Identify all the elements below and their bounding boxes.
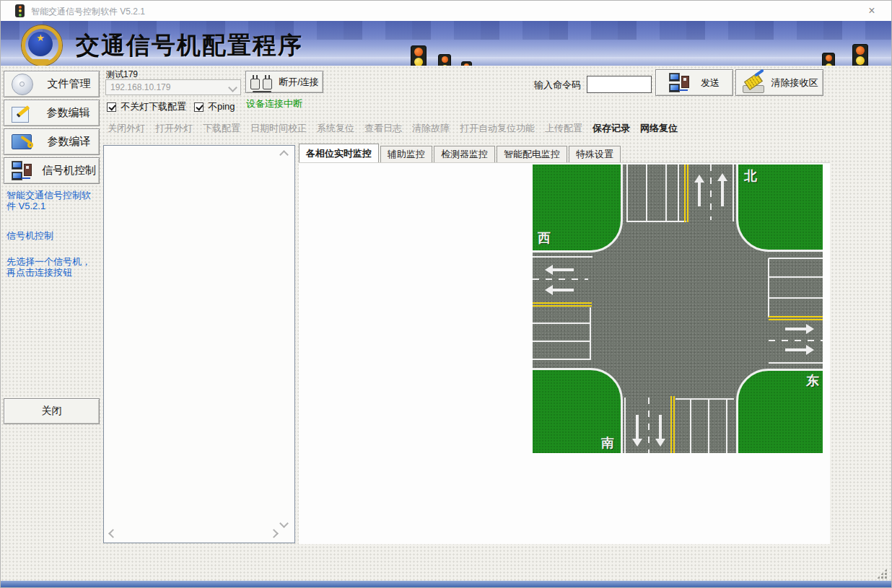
police-badge-icon: ★: [19, 23, 61, 65]
crosswalk-line: [533, 359, 590, 360]
app-window: 智能交通信号控制软件 V5.2.1 × ★ 交通信号机配置程序 文件管理: [0, 0, 892, 588]
cd-icon: [12, 74, 33, 95]
command-menu-bar: 关闭外灯 打开外灯 下载配置 日期时间校正 系统复位 查看日志 清除故障 打开自…: [108, 122, 678, 135]
scroll-left-icon[interactable]: [108, 529, 118, 538]
lane-dash: [648, 398, 650, 453]
badge-star-icon: ★: [19, 33, 61, 43]
tab-content-panel: 西 北 南 东: [299, 162, 830, 544]
signal-control-button[interactable]: 信号机控制: [4, 157, 100, 184]
edge-line: [733, 164, 734, 221]
crosswalk-line: [590, 307, 591, 360]
file-management-button[interactable]: 文件管理: [4, 71, 100, 97]
close-icon[interactable]: ×: [864, 3, 880, 19]
sidebar-mode-text: 信号机控制: [6, 230, 98, 241]
traffic-light-icon: [822, 53, 835, 66]
crosswalk-line: [678, 164, 679, 221]
label-south: 南: [601, 434, 614, 452]
crosswalk-line: [533, 322, 590, 324]
menu-item-upload-config[interactable]: 上传配置: [545, 122, 582, 135]
file-management-label: 文件管理: [39, 77, 99, 91]
clear-receive-label: 清除接收区: [771, 76, 818, 89]
menu-item-view-log[interactable]: 查看日志: [364, 122, 402, 135]
send-button[interactable]: 发送: [655, 69, 733, 96]
crosswalk-line: [769, 258, 823, 259]
tab-power-monitor[interactable]: 智能配电监控: [497, 146, 567, 162]
traffic-light-icon: [852, 44, 868, 66]
scroll-right-icon[interactable]: [269, 529, 279, 538]
traffic-light-icon: [15, 4, 25, 17]
no-light-off-checkbox[interactable]: 不关灯下载配置: [107, 100, 186, 113]
arrow-right: [785, 345, 814, 355]
chevron-down-icon: [228, 83, 237, 92]
arrow-up: [694, 175, 704, 206]
crosswalk-line: [533, 341, 590, 342]
edge-line: [769, 362, 823, 364]
clear-receive-button[interactable]: 清除接收区: [735, 69, 823, 96]
crosswalk-line: [769, 297, 823, 299]
tab-phase-realtime-monitor[interactable]: 各相位实时监控: [299, 144, 379, 162]
arrow-right: [785, 324, 814, 334]
intersection-map: 西 北 南 东: [533, 164, 823, 453]
crosswalk-line: [769, 276, 823, 278]
receive-area-listbox[interactable]: [103, 145, 295, 543]
resize-grip[interactable]: [877, 569, 887, 579]
center-double-yellow: [533, 302, 592, 307]
send-label: 发送: [701, 76, 720, 89]
plug-icon: [250, 73, 274, 92]
scroll-down-icon[interactable]: [279, 519, 289, 528]
banner: ★ 交通信号机配置程序: [1, 21, 891, 66]
tab-special-settings[interactable]: 特殊设置: [569, 146, 621, 162]
crosswalk-line: [708, 399, 709, 453]
tab-detector-monitor[interactable]: 检测器监控: [434, 146, 495, 162]
label-west: 西: [538, 229, 551, 247]
compile-icon: [12, 133, 33, 152]
close-button[interactable]: 关闭: [4, 398, 100, 424]
menu-item-close-outer-lights[interactable]: 关闭外灯: [108, 122, 145, 135]
menu-item-clear-fault[interactable]: 清除故障: [412, 122, 450, 135]
menu-item-download-config[interactable]: 下载配置: [203, 122, 240, 135]
parameter-edit-button[interactable]: 参数编辑: [4, 100, 100, 126]
no-ping-checkbox[interactable]: 不ping: [194, 100, 235, 113]
ip-value: 192.168.10.179: [110, 82, 170, 92]
menu-item-network-reset[interactable]: 网络复位: [640, 122, 678, 135]
label-east: 东: [806, 372, 819, 390]
scroll-up-icon[interactable]: [279, 150, 289, 159]
sidebar-version-text: 智能交通信号控制软件 V5.2.1: [6, 190, 98, 211]
lane-dash: [769, 340, 823, 341]
menu-item-save-record[interactable]: 保存记录: [593, 122, 630, 135]
monitor-tabstrip: 各相位实时监控 辅助监控 检测器监控 智能配电监控 特殊设置: [299, 144, 622, 162]
no-light-off-label: 不关灯下载配置: [121, 100, 186, 113]
sidebar-hint-text: 先选择一个信号机，再点击连接按钮: [6, 256, 98, 278]
menu-item-open-outer-lights[interactable]: 打开外灯: [155, 122, 193, 135]
connect-disconnect-button[interactable]: 断开/连接: [245, 71, 323, 93]
label-north: 北: [744, 167, 757, 185]
center-double-yellow: [769, 316, 823, 320]
stop-line: [533, 256, 593, 258]
traffic-light-icon: [438, 54, 451, 66]
bottom-status-bar: [1, 581, 891, 587]
arrow-down: [632, 415, 642, 447]
signal-control-label: 信号机控制: [39, 164, 99, 177]
banner-title: 交通信号机配置程序: [76, 30, 303, 62]
menu-item-auto-reset[interactable]: 打开自动复位功能: [460, 122, 535, 135]
center-double-yellow: [684, 164, 688, 222]
crosswalk-line: [726, 399, 727, 453]
parameter-compile-label: 参数编译: [39, 135, 99, 149]
arrow-down: [655, 415, 665, 447]
signal-controller-icon: [669, 73, 691, 93]
menu-item-system-reset[interactable]: 系统复位: [317, 122, 354, 135]
command-code-input[interactable]: [587, 76, 652, 93]
no-ping-label: 不ping: [208, 100, 235, 113]
ip-combobox[interactable]: 192.168.10.179: [105, 79, 241, 95]
arrow-up: [717, 173, 727, 206]
checkbox-checked-icon[interactable]: [107, 102, 116, 112]
menu-item-datetime-correct[interactable]: 日期时间校正: [250, 122, 307, 135]
traffic-light-icon: [461, 61, 472, 66]
checkbox-checked-icon[interactable]: [194, 102, 204, 112]
traffic-light-icon: [411, 45, 427, 66]
tab-aux-monitor[interactable]: 辅助监控: [380, 146, 432, 162]
command-code-label: 输入命令码: [534, 79, 581, 92]
crosswalk-line: [626, 164, 628, 221]
parameter-compile-button[interactable]: 参数编译: [4, 128, 100, 155]
title-bar: 智能交通信号控制软件 V5.2.1 ×: [1, 1, 891, 22]
